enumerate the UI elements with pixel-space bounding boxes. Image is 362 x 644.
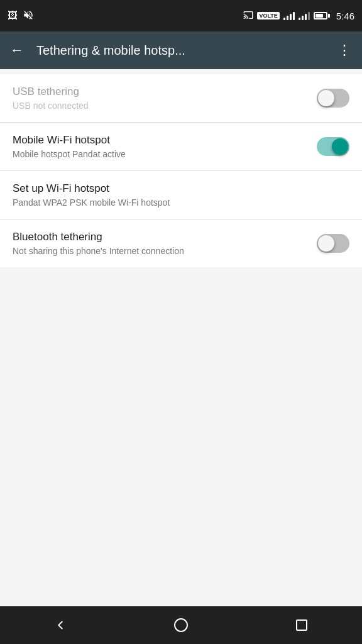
gallery-icon: 🖼 [8,10,18,21]
toggle-mobile-wifi-hotspot[interactable] [317,137,349,156]
settings-item-title-setup-wifi-hotspot: Set up Wi-Fi hotspot [13,182,349,195]
settings-item-usb-tethering[interactable]: USB tetheringUSB not connected [0,74,362,123]
settings-item-title-bluetooth-tethering: Bluetooth tethering [13,231,307,243]
settings-item-bluetooth-tethering[interactable]: Bluetooth tetheringNot sharing this phon… [0,219,362,267]
toolbar: ← Tethering & mobile hotsp... ⋮ [0,31,362,69]
screen-content: USB tetheringUSB not connectedMobile Wi-… [0,69,362,644]
status-bar: 🖼 VOLTE 5:46 [0,0,362,31]
toggle-knob-mobile-wifi-hotspot [332,138,348,155]
settings-item-text-bluetooth-tethering: Bluetooth tetheringNot sharing this phon… [13,231,307,256]
signal-bars-2 [299,11,310,20]
toolbar-title: Tethering & mobile hotsp... [36,43,325,58]
nav-recent-button[interactable] [283,606,321,644]
settings-item-subtitle-setup-wifi-hotspot: Pandat WPA2 PSK mobile Wi-Fi hotspot [13,197,349,208]
nav-bar [0,606,362,644]
toggle-knob-bluetooth-tethering [318,235,334,252]
settings-item-title-mobile-wifi-hotspot: Mobile Wi-Fi hotspot [13,134,307,147]
cast-icon [243,10,253,22]
settings-item-text-mobile-wifi-hotspot: Mobile Wi-Fi hotspotMobile hotspot Panda… [13,134,307,159]
settings-item-subtitle-bluetooth-tethering: Not sharing this phone's Internet connec… [13,246,307,256]
status-time: 5:46 [336,11,354,21]
status-bar-left: 🖼 [8,9,34,23]
mute-icon [23,9,34,23]
settings-item-text-usb-tethering: USB tetheringUSB not connected [13,86,307,111]
back-button[interactable]: ← [10,42,24,58]
nav-back-button[interactable] [41,606,79,644]
settings-item-setup-wifi-hotspot[interactable]: Set up Wi-Fi hotspotPandat WPA2 PSK mobi… [0,171,362,219]
nav-home-button[interactable] [162,606,200,644]
settings-item-subtitle-usb-tethering: USB not connected [13,101,307,111]
settings-list: USB tetheringUSB not connectedMobile Wi-… [0,74,362,267]
toggle-knob-usb-tethering [318,90,334,106]
toggle-usb-tethering [317,89,349,108]
settings-item-title-usb-tethering: USB tethering [13,86,307,98]
settings-item-subtitle-mobile-wifi-hotspot: Mobile hotspot Pandat active [13,149,307,159]
settings-item-mobile-wifi-hotspot[interactable]: Mobile Wi-Fi hotspotMobile hotspot Panda… [0,123,362,171]
volte-badge: VOLTE [257,12,279,19]
toggle-bluetooth-tethering[interactable] [317,234,349,253]
settings-item-text-setup-wifi-hotspot: Set up Wi-Fi hotspotPandat WPA2 PSK mobi… [13,182,349,208]
battery-icon [314,12,330,19]
more-options-button[interactable]: ⋮ [337,42,352,58]
status-bar-right: VOLTE 5:46 [243,10,354,22]
signal-bars-1 [283,11,295,20]
